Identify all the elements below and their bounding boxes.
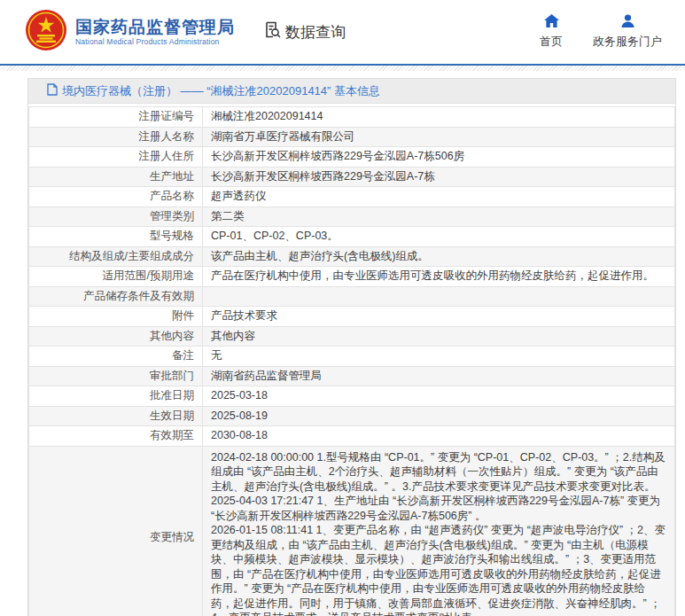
row-label: 附件: [29, 307, 203, 327]
row-value: 该产品由主机、超声治疗头(含电极线)组成。: [203, 246, 675, 267]
row-value: 2025-08-19: [203, 406, 675, 426]
row-value: 湖南省万卓医疗器械有限公司: [203, 127, 675, 147]
row-label: 生效日期: [29, 406, 203, 426]
row-value: CP-01、CP-02、CP-03。: [203, 227, 675, 247]
table-row: 注册人名称 湖南省万卓医疗器械有限公司: [29, 127, 675, 147]
registration-info-panel: 境内医疗器械（注册） —— “湘械注准20202091414” 基本信息 注册证…: [27, 78, 676, 616]
row-label: 有效期至: [29, 426, 203, 447]
table-row: 型号规格 CP-01、CP-02、CP-03。: [29, 227, 675, 247]
nav-data-query-label: 数据查询: [285, 22, 346, 43]
nav-home[interactable]: 首页: [540, 14, 563, 50]
main-content: 境内医疗器械（注册） —— “湘械注准20202091414” 基本信息 注册证…: [0, 71, 685, 616]
home-icon: [544, 14, 559, 30]
row-value: 长沙高新开发区桐梓坡西路229号金泓园A-7栋506房: [203, 147, 675, 168]
table-row: 适用范围/预期用途 产品在医疗机构中使用，由专业医师选用可透皮吸收的外用药物经皮…: [29, 267, 675, 287]
person-icon: [621, 14, 634, 30]
table-row: 有效期至 2030-08-18: [29, 426, 675, 447]
table-row: 审批部门 湖南省药品监督管理局: [29, 366, 675, 386]
row-label: 结构及组成/主要组成成分: [29, 246, 203, 267]
nav-portal-label: 政务服务门户: [593, 34, 662, 50]
page-title: 境内医疗器械（注册） —— “湘械注准20202091414” 基本信息: [62, 83, 380, 99]
document-search-icon: [263, 20, 285, 43]
row-label: 其他内容: [29, 326, 203, 347]
nav-portal[interactable]: 政务服务门户: [593, 14, 662, 50]
row-label: 产品名称: [29, 187, 203, 207]
table-row: 生效日期 2025-08-19: [29, 406, 675, 426]
row-label: 生产地址: [29, 167, 203, 187]
row-label: 变更情况: [29, 446, 203, 616]
brand-text: 国家药品监督管理局 National Medical Products Admi…: [75, 18, 235, 47]
row-value: 无: [203, 347, 675, 367]
table-row: 附件 产品技术要求: [29, 307, 675, 327]
row-label: 注册证编号: [29, 107, 203, 128]
table-row: 产品名称 超声透药仪: [29, 187, 675, 207]
table-row: 管理类别 第二类: [29, 207, 675, 227]
row-value: 2030-08-18: [203, 426, 675, 447]
row-label: 适用范围/预期用途: [29, 267, 203, 287]
row-value: 湖南省药品监督管理局: [203, 366, 675, 386]
row-label: 备注: [29, 347, 203, 367]
document-icon: [47, 83, 62, 98]
table-row: 批准日期 2025-03-18: [29, 386, 675, 407]
agency-name-cn: 国家药品监督管理局: [75, 18, 235, 37]
table-row: 注册人住所 长沙高新开发区桐梓坡西路229号金泓园A-7栋506房: [29, 147, 675, 168]
registration-info-table: 注册证编号 湘械注准20202091414 注册人名称 湖南省万卓医疗器械有限公…: [28, 106, 675, 616]
table-row: 结构及组成/主要组成成分 该产品由主机、超声治疗头(含电极线)组成。: [29, 246, 675, 267]
row-label: 产品储存条件及有效期: [29, 286, 203, 307]
row-value: 湘械注准20202091414: [203, 107, 675, 128]
table-row-change-history: 变更情况 2024-02-18 00:00:00 1.型号规格由 “CP-01。…: [29, 446, 675, 616]
row-value: 2025-03-18: [203, 386, 675, 407]
agency-name-en: National Medical Products Administration: [75, 37, 235, 47]
row-value: [203, 286, 675, 307]
row-label: 注册人名称: [29, 127, 203, 147]
table-row: 产品储存条件及有效期: [29, 286, 675, 307]
table-row: 注册证编号 湘械注准20202091414: [29, 107, 675, 128]
row-label: 型号规格: [29, 227, 203, 247]
row-value: 长沙高新开发区桐梓坡西路229号金泓园A-7栋: [203, 167, 675, 187]
top-nav: 首页 政务服务门户: [540, 14, 662, 50]
nmpa-emblem-logo: [25, 9, 67, 55]
row-label: 审批部门: [29, 366, 203, 386]
table-row: 备注 无: [29, 347, 675, 367]
site-header: 国家药品监督管理局 National Medical Products Admi…: [0, 0, 685, 64]
row-value: 第二类: [203, 207, 675, 227]
change-history-value: 2024-02-18 00:00:00 1.型号规格由 “CP-01。” 变更为…: [203, 446, 675, 616]
brand: 国家药品监督管理局 National Medical Products Admi…: [25, 9, 235, 55]
table-row: 其他内容 其他内容: [29, 326, 675, 347]
nav-data-query[interactable]: 数据查询: [263, 20, 346, 43]
row-label: 注册人住所: [29, 147, 203, 168]
row-label: 管理类别: [29, 207, 203, 227]
row-value: 产品在医疗机构中使用，由专业医师选用可透皮吸收的外用药物经皮肤给药，起促进作用。: [203, 267, 675, 287]
row-value: 其他内容: [203, 326, 675, 347]
row-value: 超声透药仪: [203, 187, 675, 207]
row-value: 产品技术要求: [203, 307, 675, 327]
nav-home-label: 首页: [540, 34, 563, 50]
row-label: 批准日期: [29, 386, 203, 407]
panel-title-bar: 境内医疗器械（注册） —— “湘械注准20202091414” 基本信息: [28, 79, 675, 104]
table-row: 生产地址 长沙高新开发区桐梓坡西路229号金泓园A-7栋: [29, 167, 675, 187]
